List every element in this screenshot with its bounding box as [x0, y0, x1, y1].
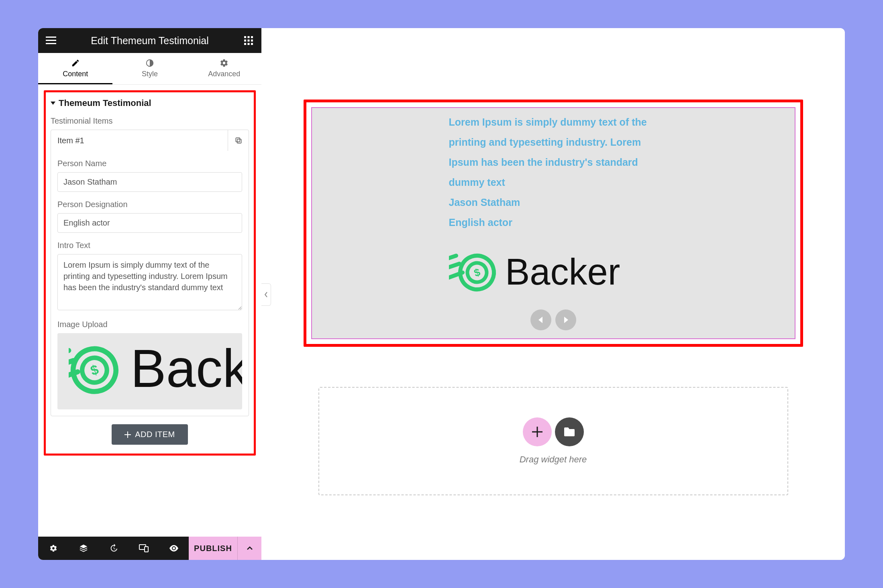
widgets-grid-icon[interactable] — [241, 33, 256, 48]
editor-sidebar: Edit Themeum Testimonial Content Style — [38, 28, 261, 560]
folder-icon — [564, 427, 575, 436]
svg-rect-9 — [244, 43, 246, 45]
highlight-box-canvas: Lorem Ipsum is simply dummy text of the … — [304, 100, 803, 347]
repeater-item-body: Person Name Person Designation Intro Tex… — [51, 151, 249, 416]
svg-rect-25 — [145, 547, 148, 552]
slider-prev-button[interactable] — [530, 309, 551, 330]
plus-icon — [124, 431, 131, 438]
repeater-item-header[interactable]: Item #1 — [51, 130, 249, 151]
testimonial-intro: Lorem Ipsum is simply dummy text of the … — [449, 112, 658, 192]
svg-rect-2 — [46, 43, 56, 44]
svg-rect-5 — [251, 36, 253, 38]
svg-rect-1 — [46, 40, 56, 41]
uploaded-image-preview: $ Back — [69, 334, 242, 409]
designation-input[interactable] — [57, 213, 242, 233]
section-header[interactable]: Themeum Testimonial — [51, 98, 249, 108]
sidebar-header: Edit Themeum Testimonial — [38, 28, 261, 53]
responsive-icon[interactable] — [128, 537, 159, 560]
repeater-item: Item #1 Person Name Person Designation I… — [51, 130, 249, 416]
person-name-label: Person Name — [57, 159, 242, 168]
add-item-button[interactable]: ADD ITEM — [112, 424, 188, 445]
testimonial-widget[interactable]: Lorem Ipsum is simply dummy text of the … — [311, 107, 795, 339]
svg-rect-23 — [124, 434, 131, 435]
svg-text:$: $ — [472, 266, 482, 279]
app-frame: Edit Themeum Testimonial Content Style — [38, 28, 845, 560]
plus-icon — [532, 427, 542, 437]
svg-line-29 — [449, 256, 456, 260]
section-title: Themeum Testimonial — [59, 98, 151, 108]
gear-icon — [187, 59, 261, 67]
items-label: Testimonial Items — [51, 116, 249, 126]
svg-rect-0 — [46, 37, 56, 38]
svg-rect-3 — [244, 36, 246, 38]
testimonial-designation: English actor — [449, 212, 658, 232]
publish-button[interactable]: PUBLISH — [189, 537, 237, 560]
add-item-label: ADD ITEM — [135, 430, 175, 439]
testimonial-content: Lorem Ipsum is simply dummy text of the … — [449, 112, 658, 232]
svg-rect-13 — [237, 139, 241, 143]
publish-label: PUBLISH — [194, 544, 232, 553]
highlight-box-sidebar: Themeum Testimonial Testimonial Items It… — [44, 90, 256, 456]
svg-rect-14 — [236, 138, 240, 142]
svg-text:Back: Back — [131, 339, 242, 398]
svg-rect-35 — [532, 431, 542, 433]
dropzone-buttons — [523, 417, 584, 446]
tab-advanced[interactable]: Advanced — [187, 53, 261, 84]
contrast-icon — [112, 59, 187, 67]
publish-options-button[interactable] — [237, 537, 261, 560]
dropzone-text: Drag widget here — [520, 454, 587, 465]
sidebar-collapse-handle[interactable] — [261, 283, 271, 306]
image-upload-label: Image Upload — [57, 320, 242, 329]
settings-icon[interactable] — [38, 537, 68, 560]
navigator-icon[interactable] — [68, 537, 98, 560]
slider-navigation — [320, 309, 787, 330]
editor-tabs: Content Style Advanced — [38, 53, 261, 85]
tab-label: Advanced — [208, 70, 240, 78]
repeater-item-title: Item #1 — [51, 136, 228, 145]
svg-marker-33 — [564, 317, 568, 323]
slider-next-button[interactable] — [555, 309, 576, 330]
sidebar-title: Edit Themeum Testimonial — [58, 35, 241, 47]
designation-label: Person Designation — [57, 200, 242, 209]
hamburger-icon[interactable] — [44, 33, 58, 48]
tab-style[interactable]: Style — [112, 53, 187, 84]
testimonial-image: $ Backer — [320, 244, 787, 300]
intro-label: Intro Text — [57, 241, 242, 250]
duplicate-icon[interactable] — [228, 130, 249, 151]
canvas: Lorem Ipsum is simply dummy text of the … — [261, 28, 845, 560]
person-name-input[interactable] — [57, 172, 242, 192]
svg-marker-32 — [538, 317, 542, 323]
tab-label: Style — [142, 70, 158, 78]
svg-line-30 — [449, 264, 459, 269]
svg-text:$: $ — [89, 362, 101, 378]
tab-label: Content — [63, 70, 88, 78]
svg-rect-10 — [248, 43, 250, 45]
svg-rect-8 — [251, 40, 253, 42]
svg-rect-7 — [248, 40, 250, 42]
add-section-button[interactable] — [523, 417, 552, 446]
panel-body: Themeum Testimonial Testimonial Items It… — [38, 85, 261, 537]
svg-rect-4 — [248, 36, 250, 38]
template-library-button[interactable] — [555, 417, 584, 446]
testimonial-name: Jason Statham — [449, 192, 658, 212]
history-icon[interactable] — [98, 537, 128, 560]
pencil-icon — [38, 59, 112, 67]
image-upload-area[interactable]: $ Back — [57, 333, 242, 409]
drop-zone[interactable]: Drag widget here — [318, 387, 788, 495]
intro-textarea[interactable]: Lorem Ipsum is simply dummy text of the … — [57, 254, 242, 310]
svg-rect-6 — [244, 40, 246, 42]
tab-content[interactable]: Content — [38, 53, 112, 84]
preview-icon[interactable] — [159, 537, 189, 560]
caret-down-icon — [51, 102, 55, 105]
bottom-toolbar: PUBLISH — [38, 537, 261, 560]
logo-text: Backer — [505, 251, 620, 292]
svg-rect-11 — [251, 43, 253, 45]
